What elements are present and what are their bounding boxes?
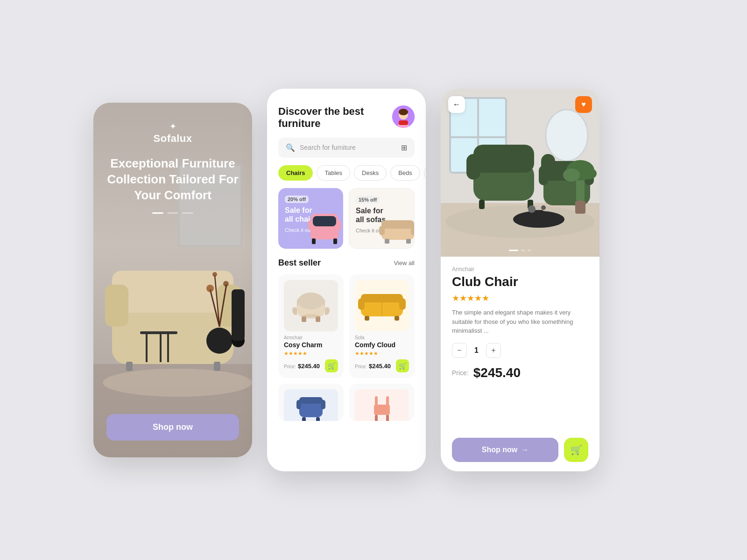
view-all-link[interactable]: View all [394, 259, 415, 266]
svg-rect-69 [450, 136, 506, 138]
shop-now-button-main[interactable]: Shop now → [452, 438, 558, 462]
logo-star: ✦ [169, 121, 176, 132]
svg-rect-39 [385, 239, 389, 244]
promo-card-chairs: 20% off Sale forall chairs Check it out … [278, 188, 343, 249]
screen-3: ← ♥ Armchair Club Chair ★★★★★ The simple… [441, 89, 599, 471]
svg-rect-34 [337, 221, 341, 230]
shop-now-label: Shop now [482, 446, 517, 454]
add-to-cart-1[interactable]: 🛒 [325, 359, 338, 372]
svg-rect-78 [479, 200, 485, 209]
add-to-cart-button[interactable]: 🛒 [564, 438, 588, 462]
search-icon: 🔍 [286, 143, 295, 152]
product-1-price-label: Price: [284, 364, 296, 369]
product-card-salmon-chair [349, 384, 415, 421]
svg-point-91 [582, 168, 597, 179]
arrow-icon: → [521, 446, 529, 454]
product-2-stars: ★★★★★ [355, 350, 409, 357]
screen-1: ✦ Sofalux Exceptional Furniture Collecti… [93, 103, 252, 457]
bestseller-title: Best seller [278, 258, 321, 268]
hero-background [441, 89, 599, 257]
quantity-value: 1 [474, 346, 479, 355]
promo-2-badge: 15% off [356, 196, 380, 203]
product-grid-row2 [278, 384, 415, 421]
product-1-price: $245.40 [298, 363, 320, 370]
promo-card-sofas: 15% off Sale forall sofas Check it out → [349, 188, 415, 249]
svg-rect-31 [312, 238, 316, 244]
tab-beds[interactable]: Beds [390, 165, 420, 181]
price-section: Price: $245.40 [452, 365, 588, 380]
action-buttons: Shop now → 🛒 [452, 438, 588, 462]
quantity-decrease[interactable]: − [452, 343, 467, 358]
product-details: Armchair Club Chair ★★★★★ The simple and… [441, 257, 599, 471]
svg-rect-85 [534, 210, 543, 220]
svg-rect-50 [365, 316, 369, 321]
logo-text: Sofalux [154, 133, 192, 145]
product-card-cosy-charm: Armchair Cosy Charm ★★★★★ Price: $245.40… [278, 274, 344, 378]
carousel-dots [152, 212, 193, 214]
avatar [392, 105, 415, 128]
search-bar[interactable]: 🔍 Search for furniture ⊞ [278, 138, 415, 158]
svg-rect-61 [386, 396, 389, 406]
svg-rect-63 [386, 415, 389, 421]
bestseller-section: Best seller View all [267, 258, 426, 421]
product-2-image [355, 280, 409, 331]
shop-now-button[interactable]: Shop now [106, 414, 239, 441]
promo-1-badge: 20% off [285, 196, 309, 203]
svg-rect-37 [379, 226, 385, 235]
svg-rect-32 [333, 238, 337, 244]
image-dot-1 [509, 250, 518, 251]
product-4-image [355, 389, 409, 421]
product-card-blue-chair [278, 384, 344, 421]
tab-stool[interactable]: Stool [424, 165, 426, 181]
tab-chairs[interactable]: Chairs [278, 165, 313, 181]
product-2-price: $245.40 [369, 363, 391, 370]
favorite-button[interactable]: ♥ [575, 96, 592, 113]
search-placeholder: Search for furniture [300, 144, 396, 151]
quantity-increase[interactable]: + [486, 343, 501, 358]
price-row: Price: $245.40 [452, 365, 588, 380]
product-1-name: Cosy Charm [284, 341, 338, 349]
svg-rect-33 [308, 221, 312, 230]
svg-rect-27 [399, 120, 408, 125]
category-tabs: Chairs Tables Desks Beds Stool [267, 165, 426, 188]
image-dot-2 [521, 250, 525, 251]
product-description: The simple and elegant shape makes it ve… [452, 308, 588, 336]
svg-point-45 [302, 314, 320, 319]
svg-rect-92 [575, 201, 585, 214]
svg-point-26 [399, 109, 408, 115]
screen-2: Discover the best furniture 🔍 Search for… [267, 89, 426, 471]
product-card-comfy-cloud: Sofa Comfy Cloud ★★★★★ Price: $245.40 🛒 [349, 274, 415, 378]
back-button[interactable]: ← [448, 96, 465, 113]
quantity-selector: − 1 + [452, 343, 588, 358]
dot-1 [152, 212, 163, 214]
shop-now-label: Shop now [153, 422, 193, 432]
product-1-stars: ★★★★★ [284, 350, 338, 357]
screen-1-headline: Exceptional Furniture Collection Tailore… [106, 156, 239, 203]
cart-icon: 🛒 [571, 444, 582, 455]
svg-point-86 [528, 205, 536, 213]
header-title: Discover the best furniture [278, 105, 372, 130]
svg-point-87 [541, 205, 546, 210]
product-3-image [284, 389, 338, 421]
product-2-type: Sofa [355, 335, 409, 340]
svg-rect-62 [375, 415, 378, 421]
product-1-image [284, 280, 338, 331]
screen-2-header: Discover the best furniture [267, 89, 426, 138]
svg-rect-36 [381, 220, 414, 229]
svg-rect-82 [539, 166, 548, 185]
promo-banners: 20% off Sale forall chairs Check it out … [267, 188, 426, 258]
tab-desks[interactable]: Desks [354, 165, 387, 181]
svg-rect-75 [473, 145, 534, 173]
svg-rect-54 [299, 397, 323, 404]
svg-rect-76 [466, 154, 480, 180]
logo-area: ✦ Sofalux [154, 121, 192, 145]
back-icon: ← [453, 100, 460, 109]
svg-point-90 [563, 168, 580, 182]
heart-icon: ♥ [581, 100, 586, 109]
product-rating: ★★★★★ [452, 293, 588, 303]
dot-2 [167, 212, 178, 214]
add-to-cart-2[interactable]: 🛒 [396, 359, 409, 372]
tab-tables[interactable]: Tables [317, 165, 350, 181]
svg-point-42 [298, 293, 324, 309]
dot-3 [182, 212, 193, 214]
